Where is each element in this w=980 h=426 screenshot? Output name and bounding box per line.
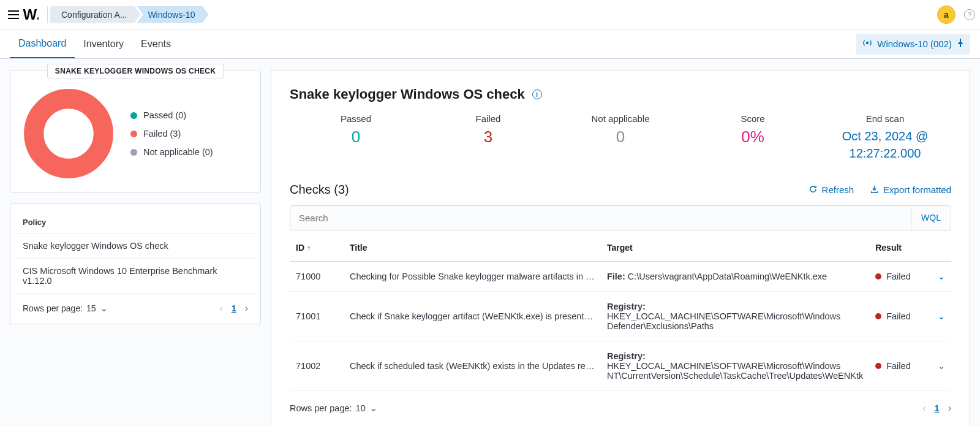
metric-value: 0 [290, 127, 422, 146]
chevron-down-icon: ⌄ [369, 402, 377, 414]
legend-dot-na [130, 149, 137, 156]
tab-events[interactable]: Events [132, 29, 179, 58]
chevron-down-icon: ⌄ [938, 272, 945, 281]
legend-failed[interactable]: Failed (3) [130, 129, 213, 139]
policy-card: Policy Snake keylogger Windows OS check … [10, 203, 261, 324]
agent-selector[interactable]: Windows-10 (002) [856, 34, 970, 55]
info-icon[interactable]: i [532, 89, 542, 99]
breadcrumb-item-windows10[interactable]: Windows-10 [137, 6, 208, 23]
page-number[interactable]: 1 [935, 403, 940, 413]
metric-value: Oct 23, 2024 @ 12:27:22.000 [819, 127, 951, 162]
metric-score: Score 0% [687, 113, 819, 162]
pager: ‹ 1 › [220, 303, 248, 314]
legend-dot-passed [130, 112, 137, 119]
col-id[interactable]: ID↑ [290, 234, 344, 262]
page-number[interactable]: 1 [232, 303, 236, 313]
cell-result: Failed [869, 262, 927, 292]
cell-target: File: C:\Users\vagrant\AppData\Roaming\W… [601, 262, 869, 292]
metric-value: 3 [422, 127, 554, 146]
metric-na: Not applicable 0 [554, 113, 687, 162]
cell-title: Check if Snake keylogger artifact (WeENK… [344, 292, 601, 341]
refresh-icon [809, 184, 818, 196]
chevron-down-icon: ⌄ [938, 361, 945, 371]
rpp-label: Rows per page: [23, 303, 83, 313]
legend-passed[interactable]: Passed (0) [130, 110, 213, 120]
donut-card: SNAKE KEYLOGGER WINDOWS OS CHECK Passed … [10, 70, 261, 192]
metric-label: End scan [819, 113, 951, 124]
checks-rows-per-page[interactable]: Rows per page: 10 ⌄ [290, 402, 377, 414]
export-button[interactable]: Export formatted [870, 184, 951, 196]
metric-label: Failed [422, 113, 554, 124]
cell-title: Checking for Possible Snake keylogger ma… [344, 262, 601, 292]
expand-row[interactable]: ⌄ [928, 292, 951, 341]
export-label: Export formatted [883, 184, 951, 195]
page-prev-icon[interactable]: ‹ [220, 303, 223, 314]
policy-row[interactable]: CIS Microsoft Windows 10 Enterprise Benc… [14, 258, 257, 293]
policy-heading: Policy [14, 218, 257, 233]
expand-row[interactable]: ⌄ [928, 341, 951, 391]
svg-point-1 [34, 99, 104, 169]
cell-id: 71000 [290, 262, 344, 292]
metric-value: 0% [687, 127, 819, 146]
rpp-value: 15 [86, 303, 96, 313]
table-row[interactable]: 71000Checking for Possible Snake keylogg… [290, 262, 951, 292]
search-input[interactable] [290, 206, 911, 230]
table-row[interactable]: 71002Check if scheduled task (WeENKtk) e… [290, 341, 951, 391]
sort-asc-icon: ↑ [307, 244, 311, 253]
checks-title: Checks (3) [290, 183, 349, 197]
tab-bar: Dashboard Inventory Events Windows-10 (0… [0, 29, 980, 59]
metric-passed: Passed 0 [290, 113, 422, 162]
help-icon[interactable]: ? [964, 9, 975, 20]
checks-card: Snake keylogger Windows OS check i Passe… [271, 70, 970, 426]
user-avatar[interactable]: a [937, 6, 956, 24]
svg-point-0 [867, 42, 869, 44]
metric-value: 0 [554, 127, 687, 146]
page-next-icon[interactable]: › [948, 403, 951, 414]
checks-pager: ‹ 1 › [922, 403, 951, 414]
metric-failed: Failed 3 [422, 113, 554, 162]
cell-result: Failed [869, 341, 927, 391]
chevron-down-icon: ⌄ [938, 311, 945, 321]
expand-row[interactable]: ⌄ [928, 262, 951, 292]
refresh-button[interactable]: Refresh [809, 184, 854, 196]
wql-button[interactable]: WQL [911, 206, 951, 230]
cell-title: Check if scheduled task (WeENKtk) exists… [344, 341, 601, 391]
cell-result: Failed [869, 292, 927, 341]
main-content: SNAKE KEYLOGGER WINDOWS OS CHECK Passed … [0, 59, 980, 426]
page-prev-icon[interactable]: ‹ [922, 403, 925, 414]
legend-label: Not applicable (0) [143, 147, 213, 157]
table-row[interactable]: 71001Check if Snake keylogger artifact (… [290, 292, 951, 341]
page-next-icon[interactable]: › [245, 303, 248, 314]
chevron-down-icon: ⌄ [100, 302, 108, 314]
tab-dashboard[interactable]: Dashboard [10, 29, 75, 58]
col-target[interactable]: Target [601, 234, 869, 262]
rows-per-page[interactable]: Rows per page: 15 ⌄ [23, 302, 108, 314]
legend-label: Passed (0) [143, 110, 186, 120]
app-logo[interactable]: W. [22, 6, 48, 23]
status-dot-icon [875, 313, 881, 319]
metric-label: Not applicable [554, 113, 687, 124]
pin-icon[interactable] [957, 39, 964, 50]
legend-dot-failed [130, 131, 137, 137]
cell-target: Registry: HKEY_LOCAL_MACHINE\SOFTWARE\Mi… [601, 341, 869, 391]
donut-chart [23, 88, 115, 180]
cell-id: 71001 [290, 292, 344, 341]
page-title: Snake keylogger Windows OS check [290, 86, 525, 102]
hamburger-menu-icon[interactable] [5, 6, 22, 23]
donut-title: SNAKE KEYLOGGER WINDOWS OS CHECK [47, 64, 224, 78]
checks-table: ID↑ Title Target Result 71000Checking fo… [290, 234, 951, 391]
top-bar: W. Configuration A... Windows-10 a ? [0, 0, 980, 29]
col-result[interactable]: Result [869, 234, 927, 262]
metric-label: Passed [290, 113, 422, 124]
legend-label: Failed (3) [143, 129, 181, 139]
legend-na[interactable]: Not applicable (0) [130, 147, 213, 157]
download-icon [870, 184, 879, 196]
metrics-row: Passed 0 Failed 3 Not applicable 0 Score… [290, 113, 951, 162]
rpp-value: 10 [356, 403, 366, 413]
metric-end-scan: End scan Oct 23, 2024 @ 12:27:22.000 [819, 113, 951, 162]
tab-inventory[interactable]: Inventory [75, 29, 132, 58]
policy-row[interactable]: Snake keylogger Windows OS check [14, 233, 257, 258]
signal-icon [862, 39, 872, 49]
breadcrumb-item-configuration[interactable]: Configuration A... [50, 6, 140, 23]
col-title[interactable]: Title [344, 234, 601, 262]
